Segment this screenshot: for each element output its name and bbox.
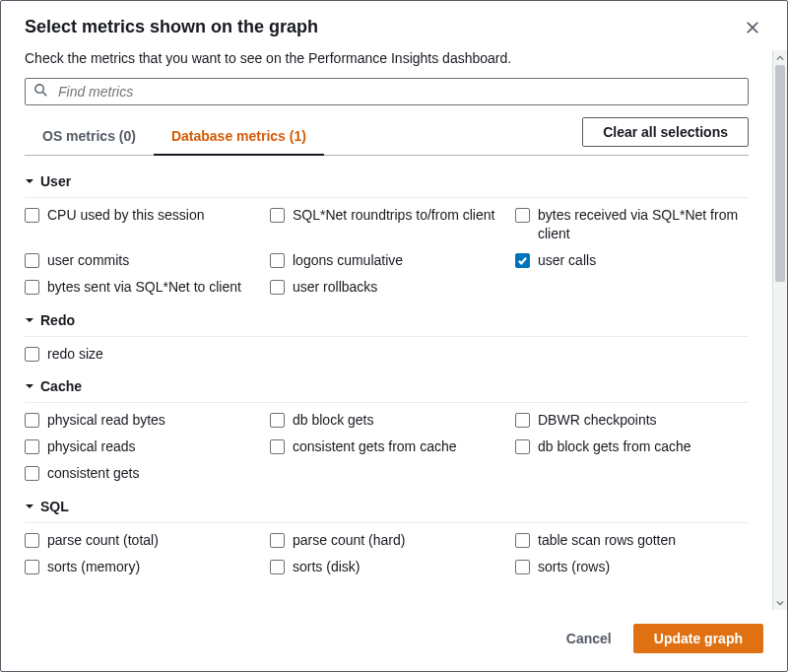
checkbox-icon (515, 533, 530, 548)
checkbox-icon (270, 280, 285, 295)
checkbox-icon (270, 208, 285, 223)
tabs: OS metrics (0) Database metrics (1) (25, 118, 324, 155)
section-title: User (40, 173, 71, 189)
modal-header: Select metrics shown on the graph (1, 1, 787, 50)
tab-database-metrics[interactable]: Database metrics (1) (154, 118, 324, 156)
metric-checkbox[interactable]: CPU used by this session (25, 204, 258, 245)
metric-label: SQL*Net roundtrips to/from client (293, 206, 494, 225)
section-title: SQL (40, 499, 69, 514)
checkbox-icon (270, 253, 285, 268)
metric-label: CPU used by this session (47, 206, 205, 225)
checkbox-icon (270, 533, 285, 548)
section-grid: CPU used by this sessionSQL*Net roundtri… (25, 204, 749, 299)
section-header[interactable]: Redo (25, 299, 749, 337)
caret-down-icon (25, 499, 34, 514)
metric-label: sorts (memory) (47, 558, 140, 576)
modal-footer: Cancel Update graph (1, 610, 787, 671)
checkbox-icon (270, 560, 285, 574)
section-header[interactable]: Cache (25, 365, 749, 403)
metric-checkbox[interactable]: redo size (25, 343, 258, 366)
metric-label: logons cumulative (293, 251, 403, 270)
metric-checkbox[interactable]: parse count (total) (25, 529, 258, 552)
svg-line-1 (43, 93, 47, 97)
checkbox-icon (25, 439, 39, 454)
close-button[interactable] (742, 17, 763, 38)
section-title: Redo (40, 312, 75, 328)
checkbox-icon (25, 347, 39, 362)
metric-checkbox[interactable]: bytes received via SQL*Net from client (515, 204, 749, 245)
modal-title: Select metrics shown on the graph (25, 17, 318, 37)
modal-body: Check the metrics that you want to see o… (1, 50, 772, 610)
metric-checkbox[interactable]: table scan rows gotten (515, 529, 749, 552)
scroll-thumb[interactable] (775, 65, 785, 282)
clear-all-button[interactable]: Clear all selections (582, 117, 749, 147)
checkbox-checked-icon (515, 253, 530, 268)
scroll-down-icon[interactable] (773, 595, 787, 610)
metric-checkbox[interactable]: physical reads (25, 436, 258, 458)
metrics-sections: UserCPU used by this sessionSQL*Net roun… (25, 160, 749, 578)
section-grid: redo size (25, 343, 749, 366)
checkbox-icon (25, 413, 39, 428)
metric-checkbox[interactable]: logons cumulative (270, 249, 503, 272)
cancel-button[interactable]: Cancel (555, 625, 624, 652)
metric-label: physical read bytes (47, 411, 165, 430)
metric-checkbox[interactable]: db block gets from cache (515, 436, 749, 458)
svg-point-0 (35, 85, 43, 93)
metric-label: db block gets from cache (538, 437, 691, 456)
checkbox-icon (515, 208, 530, 223)
checkbox-icon (515, 560, 530, 574)
metric-checkbox[interactable]: parse count (hard) (270, 529, 503, 552)
metric-label: sorts (rows) (538, 558, 610, 576)
checkbox-icon (515, 439, 530, 454)
metric-checkbox[interactable]: sorts (disk) (270, 556, 503, 578)
metric-label: user commits (47, 251, 129, 270)
metric-label: DBWR checkpoints (538, 411, 657, 430)
section-header[interactable]: User (25, 160, 749, 198)
checkbox-icon (270, 439, 285, 454)
metric-checkbox[interactable]: bytes sent via SQL*Net to client (25, 276, 258, 299)
caret-down-icon (25, 312, 34, 328)
section-title: Cache (40, 378, 82, 394)
metric-label: user rollbacks (293, 278, 377, 297)
tab-os-metrics[interactable]: OS metrics (0) (25, 118, 154, 156)
checkbox-icon (515, 413, 530, 428)
metric-checkbox[interactable]: consistent gets (25, 462, 258, 485)
section-header[interactable]: SQL (25, 485, 749, 523)
metric-checkbox[interactable]: sorts (memory) (25, 556, 258, 578)
search-input[interactable] (56, 83, 740, 101)
metrics-modal: Select metrics shown on the graph Check … (0, 0, 788, 672)
metric-label: sorts (disk) (293, 558, 360, 576)
metric-checkbox[interactable]: SQL*Net roundtrips to/from client (270, 204, 503, 245)
metric-label: redo size (47, 345, 103, 364)
metric-checkbox[interactable]: consistent gets from cache (270, 436, 503, 458)
search-icon (33, 83, 56, 101)
checkbox-icon (25, 253, 39, 268)
metric-checkbox[interactable]: sorts (rows) (515, 556, 749, 578)
checkbox-icon (25, 560, 39, 574)
metric-label: bytes received via SQL*Net from client (538, 206, 749, 243)
update-graph-button[interactable]: Update graph (633, 624, 763, 653)
metric-label: db block gets (293, 411, 374, 430)
section-grid: physical read bytesdb block getsDBWR che… (25, 409, 749, 485)
close-icon (746, 21, 759, 34)
checkbox-icon (25, 466, 39, 481)
search-input-wrap[interactable] (25, 78, 749, 105)
instruction-text: Check the metrics that you want to see o… (25, 50, 749, 66)
metric-label: consistent gets (47, 464, 139, 483)
metric-label: table scan rows gotten (538, 531, 676, 550)
scroll-up-icon[interactable] (773, 50, 787, 65)
metric-label: user calls (538, 251, 596, 270)
metric-checkbox[interactable]: db block gets (270, 409, 503, 432)
metric-label: consistent gets from cache (293, 437, 457, 456)
scrollbar[interactable] (772, 50, 787, 610)
metric-label: parse count (hard) (293, 531, 405, 550)
metric-label: parse count (total) (47, 531, 159, 550)
metric-checkbox[interactable]: user commits (25, 249, 258, 272)
metric-checkbox[interactable]: user rollbacks (270, 276, 503, 299)
tabs-row: OS metrics (0) Database metrics (1) Clea… (25, 117, 749, 156)
metric-checkbox[interactable]: DBWR checkpoints (515, 409, 749, 432)
checkbox-icon (25, 280, 39, 295)
metric-checkbox[interactable]: user calls (515, 249, 749, 272)
caret-down-icon (25, 378, 34, 394)
metric-checkbox[interactable]: physical read bytes (25, 409, 258, 432)
